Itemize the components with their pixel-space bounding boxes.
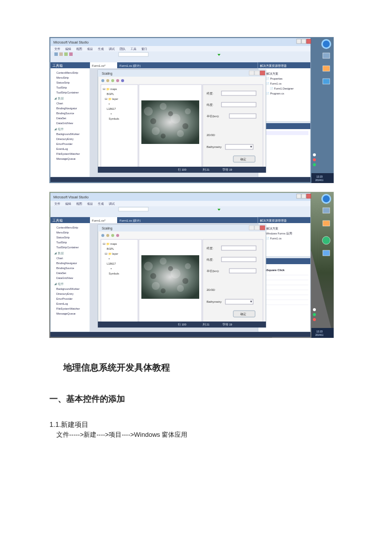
input-lon[interactable] (221, 91, 256, 95)
svg-point-180 (111, 234, 114, 237)
svg-point-197 (177, 285, 184, 292)
svg-text:DataSet: DataSet (56, 117, 66, 120)
input-lon[interactable] (221, 246, 256, 250)
svg-text:纬度:: 纬度: (207, 258, 214, 261)
svg-text:◢ 组件: ◢ 组件 (54, 282, 64, 285)
svg-text:⊟ 📁 layer: ⊟ 📁 layer (105, 252, 118, 256)
svg-point-90 (150, 118, 156, 124)
svg-text:BGPL: BGPL (107, 92, 114, 95)
svg-text:◢ 数据: ◢ 数据 (54, 252, 64, 255)
svg-rect-3 (323, 53, 330, 58)
svg-point-196 (152, 282, 160, 290)
svg-rect-68 (98, 70, 266, 77)
input-rad[interactable] (229, 269, 256, 273)
svg-text:生成: 生成 (98, 202, 104, 205)
app-maximize-icon[interactable] (255, 226, 260, 230)
tab-form-cs[interactable]: Form1.cs* (92, 64, 106, 67)
svg-text:BGPL: BGPL (107, 247, 114, 250)
label-lon: 经度: (207, 92, 214, 95)
svg-text:团队: 团队 (120, 47, 126, 50)
svg-text:列 21: 列 21 (203, 168, 210, 171)
svg-text:工具箱: 工具箱 (52, 219, 63, 223)
svg-text:确定: 确定 (240, 157, 246, 161)
svg-rect-128 (50, 206, 310, 212)
svg-text:ToolStripContainer: ToolStripContainer (56, 91, 79, 94)
app-maximize-icon[interactable] (255, 71, 260, 75)
svg-point-70 (106, 79, 109, 82)
app-close-icon[interactable] (260, 226, 265, 230)
svg-rect-66 (50, 177, 310, 182)
svg-text:调试: 调试 (109, 202, 115, 205)
tab-form-design[interactable]: Form1.cs [设计] (120, 64, 140, 67)
svg-text:MessageQueue: MessageQueue (56, 157, 76, 160)
solution-explorer-title: 解决方案资源管理器 (260, 64, 287, 67)
svg-text:确定: 确定 (240, 312, 246, 316)
svg-point-198 (150, 273, 156, 279)
svg-text:2014/11: 2014/11 (315, 334, 324, 336)
svg-point-178 (101, 234, 104, 237)
svg-rect-24 (54, 52, 58, 56)
ok-button[interactable]: 确定 (233, 156, 255, 162)
svg-point-195 (185, 263, 191, 269)
svg-rect-25 (59, 52, 63, 56)
svg-rect-176 (98, 225, 266, 231)
svg-text:窗口: 窗口 (141, 47, 147, 50)
ok-button[interactable]: 确定 (233, 311, 255, 317)
doc-step-path: 文件----->新建---->项目---->Windows 窗体应用 (49, 430, 343, 439)
app-minimize-icon[interactable] (249, 71, 254, 75)
svg-point-88 (152, 127, 160, 135)
svg-text:📄 Program.cs: 📄 Program.cs (266, 92, 284, 95)
svg-rect-28 (119, 52, 148, 56)
svg-rect-11 (50, 38, 310, 46)
svg-text:Form1.cs*: Form1.cs* (92, 219, 106, 222)
maximize-icon[interactable] (302, 194, 306, 198)
svg-text:StatusStrip: StatusStrip (56, 81, 70, 84)
svg-point-92 (182, 123, 188, 129)
svg-text:▪: ▪ (111, 112, 112, 115)
svg-text:MenuStrip: MenuStrip (56, 76, 69, 79)
svg-point-71 (111, 79, 114, 82)
minimize-icon[interactable] (297, 39, 301, 44)
svg-text:DataGridView: DataGridView (56, 122, 73, 125)
input-rad[interactable] (229, 114, 256, 118)
app-minimize-icon[interactable] (249, 226, 254, 230)
svg-text:📄 Form1.cs: 📄 Form1.cs (266, 236, 282, 240)
input-lat[interactable] (221, 102, 256, 107)
svg-text:⊟ 📁 maps: ⊟ 📁 maps (103, 242, 117, 246)
app-close-icon[interactable] (260, 71, 265, 75)
svg-text:项目: 项目 (87, 202, 93, 205)
dropdown[interactable] (225, 144, 253, 149)
svg-text:Chart: Chart (56, 102, 63, 105)
svg-text:ErrorProvider: ErrorProvider (56, 142, 73, 145)
svg-text:项目: 项目 (87, 47, 93, 50)
svg-text:行 100: 行 100 (178, 323, 186, 326)
svg-text:ToolStrip: ToolStrip (56, 241, 67, 244)
svg-point-201 (161, 288, 166, 293)
svg-text:Scaling: Scaling (102, 227, 113, 231)
svg-text:⊟ 📁 maps: ⊟ 📁 maps (103, 87, 117, 91)
svg-text:调试: 调试 (109, 47, 115, 50)
svg-text:Windows Forms 应用: Windows Forms 应用 (266, 231, 292, 235)
svg-text:行 100: 行 100 (178, 168, 186, 171)
svg-text:▪: ▪ (111, 267, 112, 270)
toolbox-title: 工具箱 (52, 64, 63, 68)
svg-point-200 (182, 278, 188, 284)
label-chart: 2D/3D (207, 134, 216, 137)
svg-text:解决方案资源管理器: 解决方案资源管理器 (260, 219, 287, 222)
svg-rect-174 (50, 332, 310, 337)
svg-rect-22 (50, 51, 310, 57)
close-icon[interactable] (306, 194, 311, 198)
input-lat[interactable] (221, 257, 256, 262)
svg-text:⊟ 📁 layer: ⊟ 📁 layer (105, 97, 118, 101)
svg-rect-112 (311, 328, 334, 338)
maximize-icon[interactable] (302, 39, 306, 44)
svg-text:L18617: L18617 (107, 107, 116, 110)
svg-point-179 (106, 234, 109, 237)
close-icon[interactable] (306, 39, 311, 44)
dropdown[interactable] (225, 299, 253, 304)
svg-rect-23 (50, 57, 310, 62)
minimize-icon[interactable] (297, 194, 301, 198)
svg-text:Symbols: Symbols (109, 272, 119, 275)
svg-point-107 (323, 195, 330, 202)
svg-text:FileSystemWatcher: FileSystemWatcher (56, 307, 80, 310)
